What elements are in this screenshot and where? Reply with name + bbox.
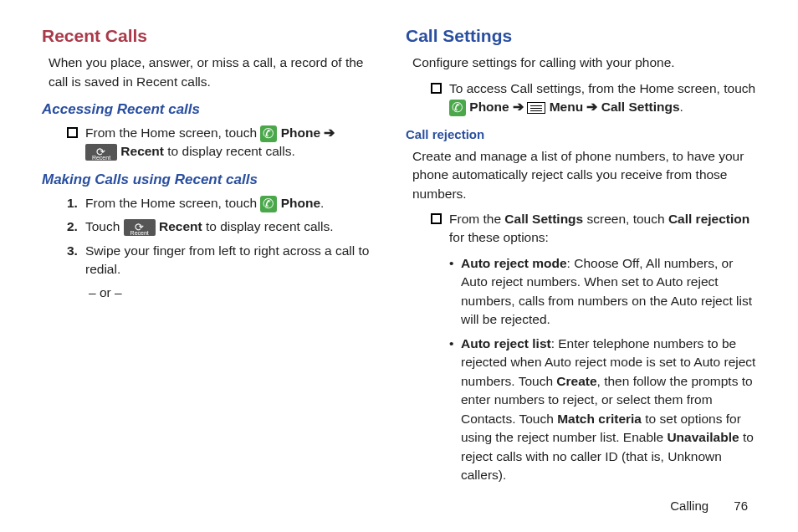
text: From the Home screen, touch <box>85 196 260 210</box>
call-rejection-item: From the Call Settings screen, touch Cal… <box>431 210 756 485</box>
option-label: Auto reject mode <box>461 256 567 270</box>
text: To access Call settings, from the Home s… <box>449 81 755 95</box>
text: Swipe your finger from left to right acr… <box>85 243 369 276</box>
auto-reject-mode-item: Auto reject mode: Choose Off, All number… <box>449 254 756 330</box>
menu-label: Menu <box>550 100 583 114</box>
phone-icon <box>260 196 277 212</box>
page-footer: Calling 76 <box>670 497 748 515</box>
period: . <box>680 100 683 114</box>
heading-call-rejection: Call rejection <box>406 125 756 144</box>
auto-reject-list-item: Auto reject list: Enter telephone number… <box>449 335 756 485</box>
accessing-list: From the Home screen, touch Phone ➔ Rece… <box>67 124 384 161</box>
phone-icon <box>260 125 277 142</box>
left-column: Recent Calls When you place, answer, or … <box>42 23 399 490</box>
rejection-options-list: Auto reject mode: Choose Off, All number… <box>449 254 756 485</box>
text: for these options: <box>449 230 549 244</box>
accessing-item: From the Home screen, touch Phone ➔ Rece… <box>67 124 384 161</box>
step-number: 1. <box>67 194 78 212</box>
heading-making-calls: Making Calls using Recent calls <box>42 170 384 191</box>
phone-label: Phone <box>281 125 320 140</box>
making-step-1: 1. From the Home screen, touch Phone. <box>67 194 384 212</box>
footer-page-number: 76 <box>734 499 748 513</box>
page-container: Recent Calls When you place, answer, or … <box>0 0 798 490</box>
call-settings-intro: Configure settings for calling with your… <box>412 54 756 72</box>
arrow-icon: ➔ <box>513 100 524 114</box>
text: to display recent calls. <box>167 144 295 158</box>
recent-label: Recent <box>159 219 202 233</box>
text: From the Home screen, touch <box>85 125 260 140</box>
option-label: Auto reject list <box>461 336 551 350</box>
create-label: Create <box>556 374 596 388</box>
recent-icon <box>124 219 156 236</box>
text: Touch <box>85 219 124 233</box>
making-calls-list: 1. From the Home screen, touch Phone. 2.… <box>67 194 384 279</box>
match-criteria-label: Match criteria <box>557 412 642 426</box>
heading-call-settings: Call Settings <box>406 23 756 49</box>
menu-icon <box>527 102 545 114</box>
right-column: Call Settings Configure settings for cal… <box>399 23 756 490</box>
call-rejection-intro: Create and manage a list of phone number… <box>412 147 756 203</box>
heading-accessing-recent: Accessing Recent calls <box>42 100 384 120</box>
call-settings-label: Call Settings <box>504 212 583 226</box>
call-rejection-label: Call rejection <box>668 212 749 226</box>
heading-recent-calls: Recent Calls <box>42 23 384 49</box>
call-settings-access-item: To access Call settings, from the Home s… <box>431 79 756 117</box>
text: From the <box>449 212 504 226</box>
footer-section: Calling <box>670 499 708 513</box>
call-settings-access-list: To access Call settings, from the Home s… <box>431 79 756 117</box>
unavailable-label: Unavailable <box>667 430 739 444</box>
text: screen, touch <box>583 212 668 226</box>
arrow-icon: ➔ <box>324 125 335 140</box>
or-divider: – or – <box>89 284 384 302</box>
making-step-3: 3. Swipe your finger from left to right … <box>67 242 384 279</box>
recent-icon <box>85 144 117 161</box>
phone-label: Phone <box>281 196 320 210</box>
arrow-icon: ➔ <box>586 100 597 114</box>
phone-label: Phone <box>469 100 509 114</box>
recent-label: Recent <box>120 144 164 158</box>
call-settings-label: Call Settings <box>601 100 680 114</box>
step-number: 3. <box>67 242 78 260</box>
making-step-2: 2. Touch Recent to display recent calls. <box>67 217 384 236</box>
phone-icon <box>449 100 466 116</box>
call-rejection-list: From the Call Settings screen, touch Cal… <box>431 210 756 485</box>
text: to display recent calls. <box>206 219 334 233</box>
recent-calls-intro: When you place, answer, or miss a call, … <box>49 54 384 91</box>
step-number: 2. <box>67 217 78 236</box>
